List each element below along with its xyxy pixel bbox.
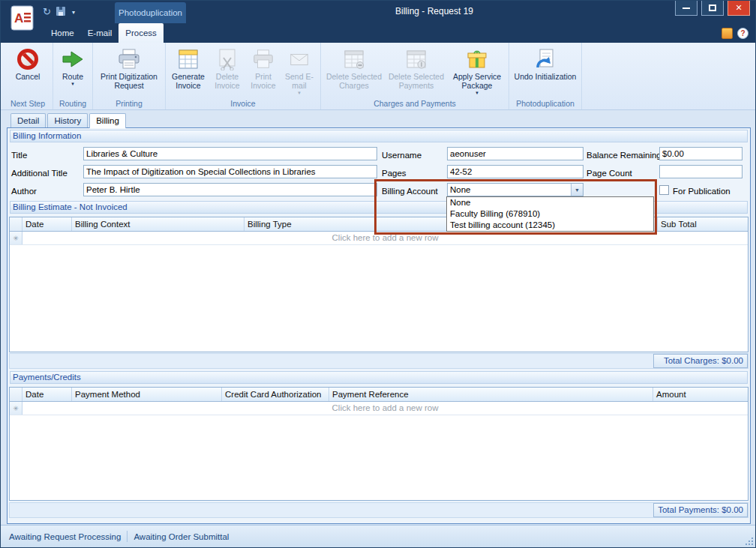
quick-access-toolbar: ↻ ▾ [43, 4, 75, 20]
billing-account-option-none[interactable]: None [447, 197, 653, 208]
additional-title-label: Additional Title [11, 166, 68, 180]
author-input[interactable] [83, 183, 377, 196]
tab-detail[interactable]: Detail [10, 113, 46, 127]
row-selector-header [10, 217, 22, 231]
help-icon[interactable]: ? [737, 28, 748, 39]
total-charges: Total Charges: $0.00 [653, 354, 748, 368]
payments-credits-header: Payments/Credits [10, 371, 748, 384]
send-email-button: Send E-mail ▾ [281, 44, 317, 97]
new-row-marker-icon: ✳ [10, 402, 22, 415]
billing-account-combo[interactable]: None ▼ [447, 183, 584, 196]
add-new-payment-row[interactable]: ✳ Click here to add a new row [10, 402, 748, 415]
status-separator [127, 531, 128, 542]
ribbon-group-routing: Route ▾ Routing [53, 43, 93, 109]
column-header-date[interactable]: Date [22, 388, 72, 401]
title-input[interactable] [83, 147, 377, 160]
style-icon[interactable] [722, 28, 733, 39]
save-icon[interactable] [56, 7, 65, 18]
column-header-billing-context[interactable]: Billing Context [72, 217, 244, 231]
window-controls: ✕ [675, 0, 750, 16]
resize-grip[interactable] [743, 535, 753, 545]
total-payments: Total Payments: $0.00 [653, 503, 748, 517]
apply-service-package-button[interactable]: Apply Service Package ▾ [448, 44, 506, 97]
billing-account-label: Billing Account [382, 184, 438, 198]
ribbon-group-charges-payments: Delete Selected Charges Delete Selected … [321, 43, 509, 109]
maximize-button[interactable] [701, 0, 724, 16]
print-digitization-request-button[interactable]: Print Digitization Request [96, 44, 162, 97]
add-new-charge-row[interactable]: ✳ Click here to add a new row [10, 232, 748, 245]
pages-input[interactable] [447, 165, 584, 178]
tab-email[interactable]: E-mail [81, 23, 119, 43]
main-panel: Detail History Billing Billing Informati… [7, 113, 751, 524]
column-header-amount[interactable]: Amount [653, 388, 748, 401]
ribbon: Cancel Next Step Route ▾ Routing [1, 43, 755, 110]
billing-account-option-test[interactable]: Test billing account (12345) [447, 220, 653, 231]
apply-service-package-caret: ▾ [476, 90, 478, 96]
app-icon[interactable]: A [10, 3, 35, 33]
billing-account-option-faculty[interactable]: Faculty Billing (678910) [447, 208, 653, 220]
envelope-icon [288, 46, 310, 72]
for-publication-checkbox[interactable] [659, 185, 669, 195]
add-new-row-text: Click here to add a new row [22, 232, 748, 244]
minimize-button[interactable] [675, 0, 698, 16]
column-header-sub-total[interactable]: Sub Total [658, 217, 748, 231]
group-label-next-step: Next Step [6, 98, 50, 109]
group-label-routing: Routing [56, 98, 89, 109]
username-input[interactable] [447, 147, 584, 160]
column-header-date[interactable]: Date [22, 217, 72, 231]
ribbon-corner-buttons: ? [722, 23, 748, 43]
qat-customize-button[interactable]: ▾ [70, 9, 75, 16]
group-label-charges-payments: Charges and Payments [324, 98, 506, 109]
title-label: Title [11, 148, 27, 162]
column-header-payment-reference[interactable]: Payment Reference [329, 388, 653, 401]
username-label: Username [382, 148, 422, 162]
print-invoice-icon [252, 46, 274, 72]
column-header-cc-authorization[interactable]: Credit Card Authorization [222, 388, 329, 401]
svg-text:A: A [14, 11, 23, 25]
pages-label: Pages [382, 166, 406, 180]
ribbon-group-printing: Print Digitization Request Printing [93, 43, 166, 109]
ribbon-tab-bar: Home E-mail Process [1, 23, 755, 43]
row-selector-header [10, 388, 22, 401]
for-publication-label: For Publication [673, 184, 730, 198]
page-count-input[interactable] [659, 165, 742, 178]
tab-billing[interactable]: Billing [89, 113, 126, 128]
undo-document-icon [533, 46, 557, 72]
status-order-submittal: Awaiting Order Submittal [134, 532, 229, 541]
cancel-icon [17, 46, 38, 72]
balance-remaining-input[interactable] [659, 147, 742, 160]
billing-estimate-grid: Date Billing Context Billing Type Sub To… [9, 217, 748, 352]
route-icon [61, 46, 85, 72]
window-title: Billing - Request 19 [196, 1, 673, 23]
maximize-icon [709, 4, 716, 11]
route-button[interactable]: Route ▾ [56, 44, 89, 97]
ribbon-group-invoice: Generate Invoice Delete Invoice [166, 43, 321, 109]
payments-grid: Date Payment Method Credit Card Authoriz… [9, 387, 748, 501]
billing-information-header: Billing Information [10, 130, 748, 142]
cancel-button[interactable]: Cancel [6, 44, 50, 97]
column-header-payment-method[interactable]: Payment Method [72, 388, 222, 401]
additional-title-input[interactable] [83, 165, 377, 178]
charges-total-strip: Total Charges: $0.00 [9, 353, 748, 369]
tab-history[interactable]: History [47, 113, 88, 127]
route-dropdown-caret: ▾ [71, 81, 74, 87]
charges-table-icon [343, 46, 365, 72]
balance-remaining-label: Balance Remaining [586, 148, 662, 162]
undo-initialization-button[interactable]: Undo Initialization [512, 44, 578, 97]
combo-dropdown-button[interactable]: ▼ [571, 184, 583, 196]
delete-invoice-button: Delete Invoice [209, 44, 245, 97]
close-button[interactable]: ✕ [728, 0, 750, 16]
group-label-printing: Printing [96, 98, 162, 109]
printer-icon [117, 46, 141, 72]
author-label: Author [11, 184, 37, 198]
refresh-icon[interactable]: ↻ [43, 7, 51, 17]
status-bar: Awaiting Request Processing Awaiting Ord… [1, 525, 755, 547]
tab-home[interactable]: Home [44, 23, 81, 43]
payments-table-icon [405, 46, 428, 72]
package-icon [466, 46, 488, 72]
payments-grid-header: Date Payment Method Credit Card Authoriz… [10, 388, 748, 402]
delete-selected-charges-button: Delete Selected Charges [324, 44, 384, 97]
generate-invoice-button[interactable]: Generate Invoice [169, 44, 208, 97]
tab-process[interactable]: Process [118, 23, 164, 43]
new-row-marker-icon: ✳ [10, 232, 22, 244]
